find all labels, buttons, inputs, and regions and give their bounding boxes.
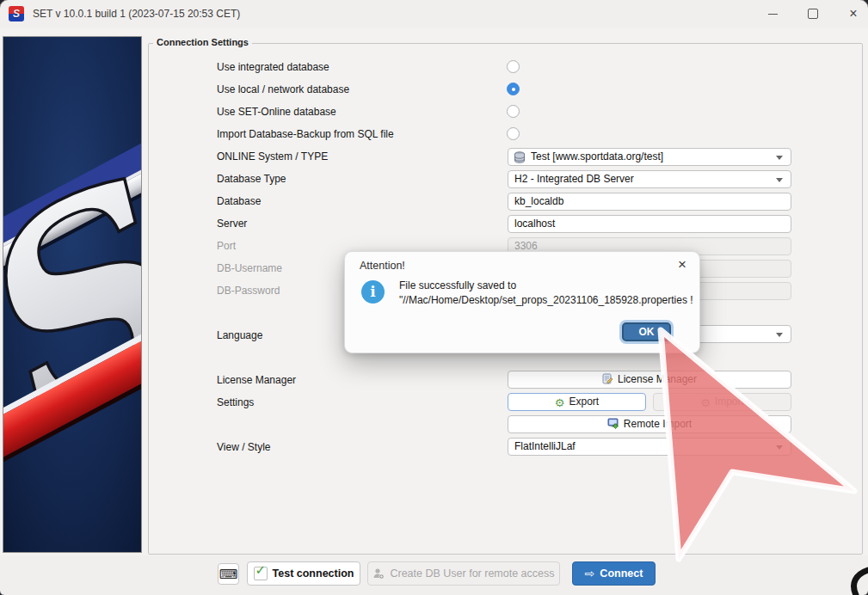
title-bar: S SET v 10.0.1 build 1 (2023-07-15 20:53… [0,0,868,28]
option-label-integrated: Use integrated database [217,61,329,73]
radio-integrated-db[interactable] [507,60,520,73]
info-icon: i [361,280,385,304]
database-label: Database [217,195,261,207]
license-manager-label: License Manager [217,374,296,386]
option-label-import-backup: Import Database-Backup from SQL file [217,128,394,140]
view-style-value: FlatIntelliJLaf [514,440,576,452]
import-button-label: Import [715,396,744,408]
server-input[interactable]: localhost [508,215,791,233]
online-system-value: Test [www.sportdata.org/test] [531,150,663,163]
gear-icon: ⚙ [555,397,565,408]
attention-dialog: Attention! × i File successfully saved t… [344,251,700,353]
close-button[interactable]: × [840,3,866,24]
remote-import-button[interactable]: Remote Import [508,415,791,433]
dialog-message: File successfully saved to "//Mac/Home/D… [399,279,693,307]
close-icon: × [849,7,857,21]
dialog-close-button[interactable]: × [678,256,686,273]
sportdata-logo-image: S [3,36,142,553]
license-manager-button-label: License Manager [618,373,697,385]
database-icon [514,151,526,163]
connect-arrow-icon: ⇨ [585,567,595,580]
database-type-value: H2 - Integrated DB Server [514,173,634,185]
database-type-combo[interactable]: H2 - Integrated DB Server [508,170,791,188]
db-password-label: DB-Password [217,285,280,297]
footer-bar: ⌨ ✓ Test connection Create DB User for r… [0,555,868,595]
remote-import-icon [607,418,619,429]
test-connection-button[interactable]: ✓ Test connection [247,561,360,586]
window-title: SET v 10.0.1 build 1 (2023-07-15 20:53 C… [33,0,240,28]
dialog-title: Attention! [360,260,405,272]
license-icon [602,373,613,384]
create-db-user-button: Create DB User for remote access [367,561,560,586]
app-icon: S [9,6,24,21]
view-style-label: View / Style [217,441,270,453]
db-username-label: DB-Username [217,262,282,274]
keyboard-icon: ⌨ [219,567,238,582]
check-icon: ✓ [254,567,268,580]
app-window: S SET v 10.0.1 build 1 (2023-07-15 20:53… [0,0,868,595]
view-style-combo[interactable]: FlatIntelliJLaf [508,438,791,456]
logo-graphic: S [3,37,141,552]
connect-label: Connect [600,567,643,580]
online-system-combo[interactable]: Test [www.sportdata.org/test] [508,148,791,166]
settings-label: Settings [217,396,254,408]
test-connection-label: Test connection [273,567,354,580]
database-type-label: Database Type [217,173,286,185]
import-button: ⚙Import [653,393,791,411]
minimize-icon [768,14,778,15]
dialog-message-line2: "//Mac/Home/Desktop/set_props_20231106_1… [399,293,693,308]
maximize-icon [808,9,818,19]
ok-button[interactable]: OK [622,322,671,341]
export-button[interactable]: ⚙Export [508,393,646,411]
export-button-label: Export [569,396,599,408]
group-title: Connection Settings [153,37,252,47]
option-label-local-network: Use local / network database [217,83,349,95]
radio-set-online-db[interactable] [507,105,520,118]
online-system-label: ONLINE System / TYPE [217,150,328,163]
maximize-button[interactable] [800,3,826,24]
radio-local-network-db[interactable] [507,83,520,95]
port-label: Port [217,240,236,252]
connect-button[interactable]: ⇨ Connect [572,561,656,586]
radio-import-backup[interactable] [507,127,520,140]
keyboard-button[interactable]: ⌨ [218,563,239,585]
license-manager-button[interactable]: License Manager [508,371,791,389]
database-input[interactable]: kb_localdb [508,193,791,211]
create-db-user-label: Create DB User for remote access [390,567,554,580]
minimize-button[interactable] [760,3,785,24]
user-icon [372,567,385,580]
option-label-set-online: Use SET-Online database [217,106,336,118]
dialog-message-line1: File successfully saved to [399,279,693,293]
language-label: Language [217,329,262,341]
gear-icon: ⚙ [700,397,711,408]
remote-import-button-label: Remote Import [624,418,692,430]
server-label: Server [217,218,247,230]
